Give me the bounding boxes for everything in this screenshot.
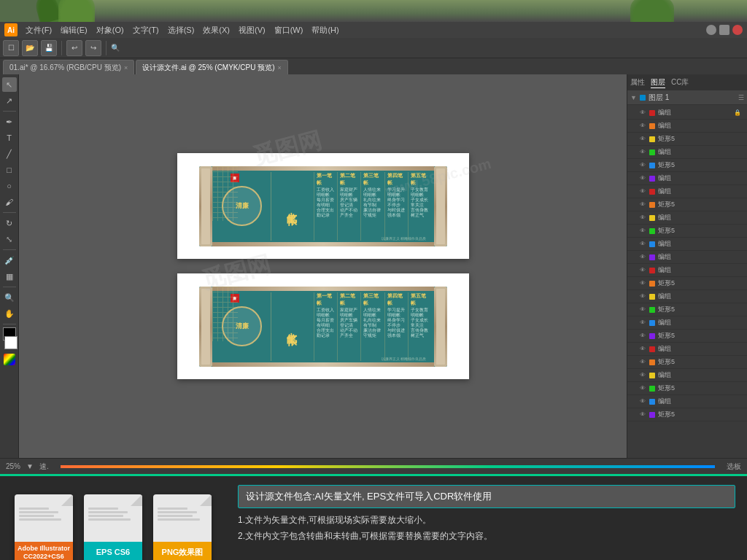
- layer-visibility-icon[interactable]: 👁: [639, 411, 646, 419]
- layer-item[interactable]: 👁 矩形5: [627, 277, 747, 290]
- layer-visibility-icon[interactable]: 👁: [639, 122, 646, 130]
- close-button[interactable]: [732, 25, 743, 35]
- layer-visibility-icon[interactable]: 👁: [639, 162, 646, 169]
- layers-panel[interactable]: 👁 编组 🔒 👁 编组 👁 矩形5 👁: [627, 105, 747, 458]
- menu-object[interactable]: 对象(O): [93, 24, 128, 36]
- tool-select[interactable]: ↖: [2, 77, 17, 92]
- tool-rect[interactable]: □: [2, 163, 17, 177]
- layer-visibility-icon[interactable]: 👁: [639, 149, 646, 156]
- layer-item[interactable]: 👁 矩形5: [627, 159, 747, 172]
- panel-tab-cc[interactable]: CC库: [671, 77, 689, 88]
- tab-01[interactable]: 01.ai* @ 16.67% (RGB/CPU 预览) ×: [3, 60, 134, 74]
- layer-item[interactable]: 👁 编组: [627, 172, 747, 185]
- layer-item[interactable]: 👁 编组: [627, 238, 747, 251]
- toolbar-undo[interactable]: ↩: [66, 40, 82, 56]
- layer-visibility-icon[interactable]: 👁: [639, 359, 646, 366]
- layer-item[interactable]: 👁 矩形5: [627, 225, 747, 238]
- tool-rotate[interactable]: ↻: [2, 216, 17, 230]
- layer-visibility-icon[interactable]: 👁: [639, 306, 646, 314]
- layer-item[interactable]: 👁 编组: [627, 316, 747, 330]
- main-title-2: 七笔帐: [286, 324, 299, 329]
- tool-gradient[interactable]: ▦: [2, 269, 17, 284]
- layer-visibility-icon[interactable]: 👁: [639, 280, 646, 287]
- tool-eyedropper[interactable]: 💉: [2, 253, 17, 268]
- minimize-button[interactable]: [706, 25, 716, 35]
- toolbar-open[interactable]: 📂: [22, 40, 38, 56]
- tab-close-design[interactable]: ×: [278, 64, 282, 71]
- layer-item[interactable]: 👁 编组: [627, 395, 747, 408]
- layer-item[interactable]: 👁 编组: [627, 146, 747, 159]
- col-title-1: 第一笔帐: [317, 172, 335, 187]
- layer-visibility-icon[interactable]: 👁: [639, 332, 646, 340]
- tab-design[interactable]: 设计源文件.ai @ 25% (CMYK/CPU 预览) ×: [136, 60, 288, 74]
- color-picker[interactable]: [4, 354, 15, 365]
- panel-tab-layers[interactable]: 图层: [651, 77, 665, 88]
- layer-visibility-icon[interactable]: 👁: [639, 175, 646, 182]
- layer-visibility-icon[interactable]: 👁: [639, 267, 646, 274]
- menu-help[interactable]: 帮助(H): [308, 24, 342, 36]
- layer-item[interactable]: 👁 矩形5: [627, 408, 747, 421]
- maximize-button[interactable]: [719, 25, 729, 35]
- layer-item[interactable]: 👁 编组: [627, 290, 747, 303]
- layer-visibility-icon[interactable]: 👁: [639, 188, 646, 195]
- tool-line[interactable]: ╱: [2, 147, 17, 161]
- layer-item[interactable]: 👁 矩形5: [627, 382, 747, 395]
- menu-file[interactable]: 文件(F): [22, 24, 55, 36]
- layer-item[interactable]: 👁 编组: [627, 185, 747, 198]
- layer-item[interactable]: 👁 矩形5: [627, 303, 747, 316]
- layer-visibility-icon[interactable]: 👁: [639, 398, 646, 405]
- tool-ellipse[interactable]: ○: [2, 179, 17, 193]
- tool-pen[interactable]: ✒: [2, 114, 17, 129]
- layer-visibility-icon[interactable]: 👁: [639, 228, 646, 235]
- layer-item[interactable]: 👁 矩形5: [627, 356, 747, 369]
- layer-visibility-icon[interactable]: 👁: [639, 109, 646, 117]
- layer-lock-icon[interactable]: 🔒: [734, 109, 741, 116]
- tool-hand[interactable]: ✋: [2, 306, 17, 321]
- toolbar-redo[interactable]: ↪: [85, 40, 101, 56]
- scroll-banner-1: 廉 清廉: [199, 166, 447, 246]
- panel-tab-properties[interactable]: 属性: [630, 77, 645, 88]
- stroke-color[interactable]: [4, 336, 18, 349]
- layer-item[interactable]: 👁 矩形5: [627, 330, 747, 343]
- layer-visibility-icon[interactable]: 👁: [639, 385, 646, 392]
- layer-item[interactable]: 👁 编组: [627, 251, 747, 264]
- layer-visibility-icon[interactable]: 👁: [639, 214, 646, 222]
- toolbar-new[interactable]: ☐: [3, 40, 19, 56]
- layer-item[interactable]: 👁 编组 🔒: [627, 106, 747, 120]
- tool-brush[interactable]: 🖌: [2, 195, 17, 209]
- layer-visibility-icon[interactable]: 👁: [639, 254, 646, 261]
- menu-edit[interactable]: 编辑(E): [57, 24, 91, 36]
- col-text-5: 子女教育明细帐子女成长常关注言传身教树正气: [411, 187, 429, 219]
- menu-effect[interactable]: 效果(X): [199, 24, 233, 36]
- tab-close-01[interactable]: ×: [124, 64, 128, 71]
- layer-visibility-icon[interactable]: 👁: [639, 346, 646, 353]
- tabs-bar: 01.ai* @ 16.67% (RGB/CPU 预览) × 设计源文件.ai …: [0, 58, 747, 74]
- tool-zoom[interactable]: 🔍: [2, 290, 17, 305]
- layer-visibility-icon[interactable]: 👁: [639, 241, 646, 248]
- tool-direct-select[interactable]: ↗: [2, 93, 17, 108]
- toolbar-save[interactable]: 💾: [41, 40, 57, 56]
- layer-item[interactable]: 👁 编组: [627, 264, 747, 277]
- toolbar-search: 🔍: [111, 44, 120, 52]
- tool-type[interactable]: T: [2, 131, 17, 145]
- layer-options-icon[interactable]: ☰: [738, 94, 744, 101]
- menu-window[interactable]: 窗口(W): [271, 24, 307, 36]
- layer-visibility-icon[interactable]: 👁: [639, 293, 646, 300]
- menu-view[interactable]: 视图(V): [235, 24, 269, 36]
- tool-scale[interactable]: ⤡: [2, 232, 17, 246]
- layer-item[interactable]: 👁 编组: [627, 343, 747, 356]
- layer-visibility-icon[interactable]: 👁: [639, 319, 646, 327]
- layer-visibility-icon[interactable]: 👁: [639, 201, 646, 209]
- layer-item[interactable]: 👁 编组: [627, 120, 747, 133]
- layer-item[interactable]: 👁 编组: [627, 369, 747, 382]
- layer-item[interactable]: 👁 矩形5: [627, 133, 747, 146]
- layer-item[interactable]: 👁 矩形5: [627, 198, 747, 211]
- canvas-area[interactable]: 觅图网 觅图网 www.58pic.com: [19, 74, 627, 458]
- layer-visibility-icon[interactable]: 👁: [639, 136, 646, 143]
- layer-header[interactable]: ▼ 图层 1 ☰: [627, 90, 747, 105]
- layer-visibility-icon[interactable]: 👁: [639, 372, 646, 379]
- menu-select[interactable]: 选择(S): [164, 24, 198, 36]
- menu-text[interactable]: 文字(T): [129, 24, 163, 36]
- zoom-level[interactable]: 25%: [6, 462, 20, 470]
- layer-item[interactable]: 👁 编组: [627, 211, 747, 225]
